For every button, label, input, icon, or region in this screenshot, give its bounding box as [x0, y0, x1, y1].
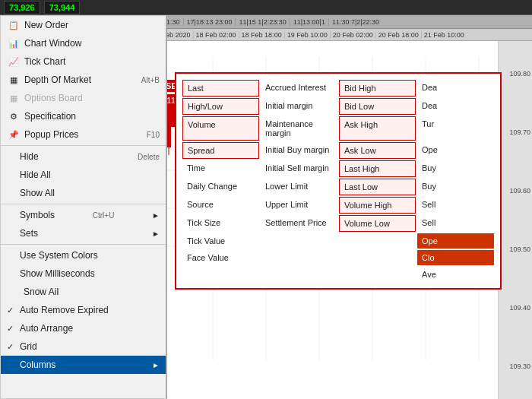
col-high-low[interactable]: High/Low: [182, 98, 259, 115]
menu-item-columns[interactable]: Columns ►: [1, 356, 166, 374]
menu-label-show-milliseconds: Show Milliseconds: [20, 268, 95, 279]
scale-price-2: 109.70: [500, 128, 530, 136]
date-label-6: 20 Feb 18:00: [376, 31, 422, 39]
col-empty2: [339, 233, 416, 249]
menu-label-sets: Sets: [20, 228, 38, 239]
menu-label-chart-window: Chart Window: [24, 38, 81, 49]
date-label-5: 20 Feb 02:00: [331, 31, 376, 39]
col-face-value[interactable]: Face Value: [182, 250, 259, 265]
col-empty3: [261, 250, 337, 265]
col-turnover[interactable]: Tur: [417, 116, 494, 141]
col-close[interactable]: Clo: [417, 250, 494, 265]
sets-submenu-arrow: ►: [152, 230, 160, 238]
menu-label-options-board: Options Board: [24, 93, 83, 103]
col-volume-low[interactable]: Volume Low: [339, 215, 416, 232]
col-lower-limit[interactable]: Lower Limit: [261, 179, 337, 195]
menu-item-sets[interactable]: Sets ►: [1, 224, 166, 242]
menu-label-use-system-colors: Use System Colors: [20, 250, 98, 261]
col-open2[interactable]: Ope: [417, 233, 494, 249]
menu-label-columns: Columns: [20, 359, 55, 370]
menu-item-specification[interactable]: ⚙ Specification: [1, 107, 166, 125]
menu-item-auto-arrange[interactable]: ✓ Auto Arrange: [1, 319, 166, 337]
col-settlement-price[interactable]: Settlement Price: [261, 215, 337, 232]
col-initial-sell-margin[interactable]: Initial Sell margin: [261, 160, 337, 177]
menu-label-show-all: Show All: [20, 188, 55, 198]
columns-popup: Last Accrued Interest Bid High Dea High/…: [175, 72, 502, 290]
col-bid-low[interactable]: Bid Low: [339, 98, 416, 115]
col-buy2[interactable]: Buy: [417, 179, 494, 195]
col-ask-low[interactable]: Ask Low: [339, 142, 416, 159]
columns-submenu-arrow: ►: [152, 361, 160, 369]
menu-item-auto-remove-expired[interactable]: ✓ Auto Remove Expired: [1, 301, 166, 319]
menu-item-show-all[interactable]: Show All: [1, 184, 166, 202]
col-deal2[interactable]: Dea: [417, 98, 494, 115]
col-last[interactable]: Last: [182, 80, 259, 97]
menu-item-tick-chart[interactable]: 📈 Tick Chart: [1, 52, 166, 71]
price-display-2: 73,944: [44, 1, 81, 14]
top-bar: 73,926 73,944: [0, 0, 532, 15]
menu-item-options-board[interactable]: ▦ Options Board: [1, 89, 166, 107]
scale-price-3: 109.60: [500, 187, 530, 195]
col-deal1[interactable]: Dea: [417, 80, 494, 97]
menu-item-show-milliseconds[interactable]: Show Milliseconds: [1, 264, 166, 283]
depth-of-market-shortcut: Alt+B: [141, 76, 160, 84]
menu-label-snow-all: Snow AiI: [24, 287, 59, 297]
col-source[interactable]: Source: [182, 197, 259, 214]
menu-label-tick-chart: Tick Chart: [24, 56, 65, 67]
col-sell2[interactable]: Sell: [417, 215, 494, 232]
col-daily-change[interactable]: Daily Change: [182, 179, 259, 195]
separator-3: [1, 244, 166, 245]
col-spread[interactable]: Spread: [182, 142, 259, 159]
new-order-icon: 📋: [7, 19, 21, 31]
col-initial-margin[interactable]: Initial margin: [261, 98, 337, 115]
col-time[interactable]: Time: [182, 160, 259, 177]
symbols-shortcut: Ctrl+U: [93, 211, 115, 220]
scale-price-5: 109.40: [500, 304, 530, 312]
menu-label-grid: Grid: [20, 341, 37, 352]
options-board-icon: ▦: [7, 92, 21, 104]
separator-1: [1, 145, 166, 146]
auto-arrange-check: ✓: [7, 324, 17, 334]
col-buy1[interactable]: Buy: [417, 160, 494, 177]
menu-item-popup-prices[interactable]: 📌 Popup Prices F10: [1, 125, 166, 144]
col-sell1[interactable]: Sell: [417, 197, 494, 214]
col-ask-high[interactable]: Ask High: [339, 116, 416, 141]
col-initial-buy-margin[interactable]: Initial Buy margin: [261, 142, 337, 159]
menu-label-hide-all: Hide All: [20, 169, 51, 180]
specification-icon: ⚙: [7, 110, 21, 122]
menu-item-hide-all[interactable]: Hide All: [1, 166, 166, 184]
chart-window-icon: 📊: [7, 37, 21, 49]
col-accrued-interest[interactable]: Accrued Interest: [261, 80, 337, 97]
menu-item-grid[interactable]: ✓ Grid: [1, 337, 166, 356]
menu-item-new-order[interactable]: 📋 New Order: [1, 16, 166, 34]
menu-item-use-system-colors[interactable]: Use System Colors: [1, 246, 166, 264]
date-label-2: 18 Feb 02:00: [194, 31, 239, 39]
col-upper-limit[interactable]: Upper Limit: [261, 197, 337, 214]
date-label-4: 19 Feb 10:00: [285, 31, 331, 39]
menu-item-chart-window[interactable]: 📊 Chart Window: [1, 34, 166, 52]
col-empty1: [261, 233, 337, 249]
menu-label-hide: Hide: [20, 151, 39, 162]
menu-item-hide[interactable]: Hide Delete: [1, 147, 166, 166]
col-maintenance-margin[interactable]: Maintenance margin: [261, 116, 337, 141]
time-label-2: 17|18:13 23:00: [184, 18, 236, 26]
menu-item-symbols[interactable]: Symbols Ctrl+U ►: [1, 206, 166, 224]
menu-item-snow-all[interactable]: Snow AiI: [1, 283, 166, 301]
col-volume[interactable]: Volume: [182, 116, 259, 141]
col-empty7: [339, 267, 416, 282]
menu-label-symbols: Symbols: [20, 210, 55, 220]
col-ave[interactable]: Ave: [417, 267, 494, 282]
col-open1[interactable]: Ope: [417, 142, 494, 159]
menu-item-depth-of-market[interactable]: ▦ Depth Of Market Alt+B: [1, 71, 166, 89]
col-volume-high[interactable]: Volume High: [339, 197, 416, 214]
col-tick-size[interactable]: Tick Size: [182, 215, 259, 232]
col-last-low[interactable]: Last Low: [339, 179, 416, 195]
col-bid-high[interactable]: Bid High: [339, 80, 416, 97]
time-label-3: 11|15 1|2:23:30: [236, 18, 290, 26]
col-tick-value[interactable]: Tick Value: [182, 233, 259, 249]
col-last-high[interactable]: Last High: [339, 160, 416, 177]
col-empty4: [339, 250, 416, 265]
menu-label-depth-of-market: Depth Of Market: [24, 74, 91, 85]
menu-label-new-order: New Order: [24, 20, 68, 30]
time-label-5: 11:30:7|2|22:30: [329, 18, 382, 26]
